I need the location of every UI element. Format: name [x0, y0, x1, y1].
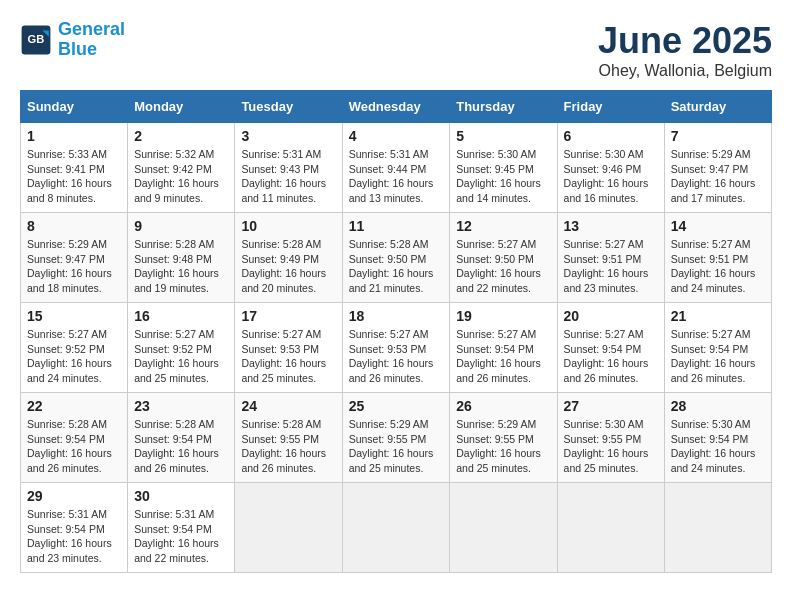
day-number-w0-d5: 6	[564, 128, 658, 144]
day-cell-w4-d5	[557, 483, 664, 573]
day-info-w2-d1: Sunrise: 5:27 AM Sunset: 9:52 PM Dayligh…	[134, 327, 228, 386]
day-number-w4-d1: 30	[134, 488, 228, 504]
day-info-w3-d0: Sunrise: 5:28 AM Sunset: 9:54 PM Dayligh…	[27, 417, 121, 476]
week-row-0: 1Sunrise: 5:33 AM Sunset: 9:41 PM Daylig…	[21, 123, 772, 213]
col-thursday: Thursday	[450, 91, 557, 123]
day-cell-w2-d5: 20Sunrise: 5:27 AM Sunset: 9:54 PM Dayli…	[557, 303, 664, 393]
day-cell-w4-d1: 30Sunrise: 5:31 AM Sunset: 9:54 PM Dayli…	[128, 483, 235, 573]
logo: GB General Blue	[20, 20, 125, 60]
day-number-w3-d2: 24	[241, 398, 335, 414]
day-number-w3-d0: 22	[27, 398, 121, 414]
day-info-w3-d6: Sunrise: 5:30 AM Sunset: 9:54 PM Dayligh…	[671, 417, 765, 476]
day-cell-w4-d3	[342, 483, 450, 573]
day-info-w3-d2: Sunrise: 5:28 AM Sunset: 9:55 PM Dayligh…	[241, 417, 335, 476]
day-number-w1-d4: 12	[456, 218, 550, 234]
week-row-3: 22Sunrise: 5:28 AM Sunset: 9:54 PM Dayli…	[21, 393, 772, 483]
day-number-w3-d3: 25	[349, 398, 444, 414]
day-number-w1-d3: 11	[349, 218, 444, 234]
day-info-w0-d5: Sunrise: 5:30 AM Sunset: 9:46 PM Dayligh…	[564, 147, 658, 206]
day-info-w2-d4: Sunrise: 5:27 AM Sunset: 9:54 PM Dayligh…	[456, 327, 550, 386]
day-info-w0-d0: Sunrise: 5:33 AM Sunset: 9:41 PM Dayligh…	[27, 147, 121, 206]
day-cell-w1-d5: 13Sunrise: 5:27 AM Sunset: 9:51 PM Dayli…	[557, 213, 664, 303]
day-number-w1-d2: 10	[241, 218, 335, 234]
day-number-w2-d5: 20	[564, 308, 658, 324]
day-number-w1-d0: 8	[27, 218, 121, 234]
day-number-w2-d3: 18	[349, 308, 444, 324]
header: GB General Blue June 2025 Ohey, Wallonia…	[20, 20, 772, 80]
day-number-w0-d3: 4	[349, 128, 444, 144]
day-cell-w2-d1: 16Sunrise: 5:27 AM Sunset: 9:52 PM Dayli…	[128, 303, 235, 393]
day-cell-w3-d6: 28Sunrise: 5:30 AM Sunset: 9:54 PM Dayli…	[664, 393, 771, 483]
col-tuesday: Tuesday	[235, 91, 342, 123]
day-cell-w2-d6: 21Sunrise: 5:27 AM Sunset: 9:54 PM Dayli…	[664, 303, 771, 393]
title-area: June 2025 Ohey, Wallonia, Belgium	[598, 20, 772, 80]
day-number-w0-d2: 3	[241, 128, 335, 144]
day-info-w3-d3: Sunrise: 5:29 AM Sunset: 9:55 PM Dayligh…	[349, 417, 444, 476]
day-cell-w1-d4: 12Sunrise: 5:27 AM Sunset: 9:50 PM Dayli…	[450, 213, 557, 303]
day-cell-w1-d6: 14Sunrise: 5:27 AM Sunset: 9:51 PM Dayli…	[664, 213, 771, 303]
day-cell-w4-d6	[664, 483, 771, 573]
day-info-w1-d1: Sunrise: 5:28 AM Sunset: 9:48 PM Dayligh…	[134, 237, 228, 296]
day-cell-w2-d2: 17Sunrise: 5:27 AM Sunset: 9:53 PM Dayli…	[235, 303, 342, 393]
day-info-w2-d0: Sunrise: 5:27 AM Sunset: 9:52 PM Dayligh…	[27, 327, 121, 386]
day-info-w1-d0: Sunrise: 5:29 AM Sunset: 9:47 PM Dayligh…	[27, 237, 121, 296]
day-number-w3-d4: 26	[456, 398, 550, 414]
day-cell-w3-d2: 24Sunrise: 5:28 AM Sunset: 9:55 PM Dayli…	[235, 393, 342, 483]
day-cell-w1-d0: 8Sunrise: 5:29 AM Sunset: 9:47 PM Daylig…	[21, 213, 128, 303]
day-cell-w3-d1: 23Sunrise: 5:28 AM Sunset: 9:54 PM Dayli…	[128, 393, 235, 483]
header-row: Sunday Monday Tuesday Wednesday Thursday…	[21, 91, 772, 123]
day-number-w0-d0: 1	[27, 128, 121, 144]
logo-text: General Blue	[58, 20, 125, 60]
day-cell-w3-d0: 22Sunrise: 5:28 AM Sunset: 9:54 PM Dayli…	[21, 393, 128, 483]
day-number-w0-d4: 5	[456, 128, 550, 144]
day-cell-w0-d2: 3Sunrise: 5:31 AM Sunset: 9:43 PM Daylig…	[235, 123, 342, 213]
day-info-w4-d0: Sunrise: 5:31 AM Sunset: 9:54 PM Dayligh…	[27, 507, 121, 566]
col-monday: Monday	[128, 91, 235, 123]
week-row-2: 15Sunrise: 5:27 AM Sunset: 9:52 PM Dayli…	[21, 303, 772, 393]
day-cell-w2-d0: 15Sunrise: 5:27 AM Sunset: 9:52 PM Dayli…	[21, 303, 128, 393]
day-info-w0-d2: Sunrise: 5:31 AM Sunset: 9:43 PM Dayligh…	[241, 147, 335, 206]
col-friday: Friday	[557, 91, 664, 123]
day-number-w0-d1: 2	[134, 128, 228, 144]
col-saturday: Saturday	[664, 91, 771, 123]
location-title: Ohey, Wallonia, Belgium	[598, 62, 772, 80]
day-number-w2-d6: 21	[671, 308, 765, 324]
day-info-w2-d5: Sunrise: 5:27 AM Sunset: 9:54 PM Dayligh…	[564, 327, 658, 386]
day-info-w2-d6: Sunrise: 5:27 AM Sunset: 9:54 PM Dayligh…	[671, 327, 765, 386]
day-info-w3-d1: Sunrise: 5:28 AM Sunset: 9:54 PM Dayligh…	[134, 417, 228, 476]
day-cell-w1-d3: 11Sunrise: 5:28 AM Sunset: 9:50 PM Dayli…	[342, 213, 450, 303]
day-cell-w3-d3: 25Sunrise: 5:29 AM Sunset: 9:55 PM Dayli…	[342, 393, 450, 483]
week-row-4: 29Sunrise: 5:31 AM Sunset: 9:54 PM Dayli…	[21, 483, 772, 573]
day-cell-w1-d2: 10Sunrise: 5:28 AM Sunset: 9:49 PM Dayli…	[235, 213, 342, 303]
day-cell-w1-d1: 9Sunrise: 5:28 AM Sunset: 9:48 PM Daylig…	[128, 213, 235, 303]
day-info-w2-d2: Sunrise: 5:27 AM Sunset: 9:53 PM Dayligh…	[241, 327, 335, 386]
day-cell-w0-d0: 1Sunrise: 5:33 AM Sunset: 9:41 PM Daylig…	[21, 123, 128, 213]
col-sunday: Sunday	[21, 91, 128, 123]
day-cell-w3-d5: 27Sunrise: 5:30 AM Sunset: 9:55 PM Dayli…	[557, 393, 664, 483]
day-info-w1-d3: Sunrise: 5:28 AM Sunset: 9:50 PM Dayligh…	[349, 237, 444, 296]
day-number-w3-d6: 28	[671, 398, 765, 414]
day-cell-w3-d4: 26Sunrise: 5:29 AM Sunset: 9:55 PM Dayli…	[450, 393, 557, 483]
month-title: June 2025	[598, 20, 772, 62]
day-number-w2-d0: 15	[27, 308, 121, 324]
day-cell-w0-d5: 6Sunrise: 5:30 AM Sunset: 9:46 PM Daylig…	[557, 123, 664, 213]
logo-line2: Blue	[58, 39, 97, 59]
day-number-w1-d6: 14	[671, 218, 765, 234]
day-number-w2-d1: 16	[134, 308, 228, 324]
logo-icon: GB	[20, 24, 52, 56]
col-wednesday: Wednesday	[342, 91, 450, 123]
svg-text:GB: GB	[28, 33, 45, 45]
day-cell-w0-d3: 4Sunrise: 5:31 AM Sunset: 9:44 PM Daylig…	[342, 123, 450, 213]
day-cell-w4-d0: 29Sunrise: 5:31 AM Sunset: 9:54 PM Dayli…	[21, 483, 128, 573]
day-cell-w0-d6: 7Sunrise: 5:29 AM Sunset: 9:47 PM Daylig…	[664, 123, 771, 213]
day-info-w1-d4: Sunrise: 5:27 AM Sunset: 9:50 PM Dayligh…	[456, 237, 550, 296]
week-row-1: 8Sunrise: 5:29 AM Sunset: 9:47 PM Daylig…	[21, 213, 772, 303]
day-number-w1-d5: 13	[564, 218, 658, 234]
calendar-table: Sunday Monday Tuesday Wednesday Thursday…	[20, 90, 772, 573]
day-number-w4-d0: 29	[27, 488, 121, 504]
day-number-w0-d6: 7	[671, 128, 765, 144]
day-number-w3-d1: 23	[134, 398, 228, 414]
day-cell-w2-d4: 19Sunrise: 5:27 AM Sunset: 9:54 PM Dayli…	[450, 303, 557, 393]
day-cell-w2-d3: 18Sunrise: 5:27 AM Sunset: 9:53 PM Dayli…	[342, 303, 450, 393]
day-info-w2-d3: Sunrise: 5:27 AM Sunset: 9:53 PM Dayligh…	[349, 327, 444, 386]
